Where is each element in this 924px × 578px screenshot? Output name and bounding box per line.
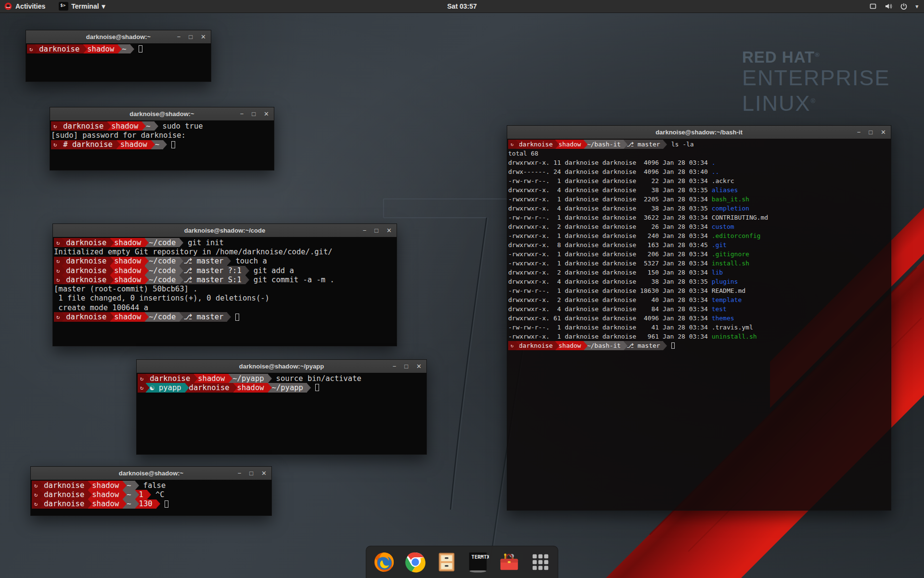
window-titlebar[interactable]: darknoise@shadow:~/bash-it −□✕: [507, 126, 891, 139]
prompt-user-segment: darknoise: [62, 266, 110, 275]
terminal-content[interactable]: ↻darknoiseshadow~sudo true[sudo] passwor…: [50, 120, 274, 170]
app-menu-terminal[interactable]: $> Terminal ▾: [56, 0, 108, 13]
window-titlebar[interactable]: darknoise@shadow:~ −□✕: [31, 467, 271, 480]
clock[interactable]: Sat 03:57: [447, 2, 476, 10]
prompt-path-segment: ~/bash-it: [584, 341, 623, 350]
terminal-line: drwx------. 24 darknoise darknoise 4096 …: [508, 167, 891, 176]
terminal-line: ↻darknoiseshadow~/code⎇ master: [54, 312, 397, 321]
prompt-distro-icon: ↻: [54, 275, 62, 284]
toolbox-icon: [498, 551, 520, 573]
app-menu-label: Terminal: [71, 2, 99, 10]
terminal-content[interactable]: ↻darknoiseshadow~/codegit initInitialize…: [53, 237, 397, 346]
terminal-content[interactable]: ↻darknoiseshadow~: [26, 43, 211, 81]
terminal-window-code[interactable]: darknoise@shadow:~/code −□✕ ↻darknoisesh…: [52, 223, 397, 346]
minimize-button[interactable]: −: [363, 227, 367, 234]
terminal-window-sudo[interactable]: darknoise@shadow:~ −□✕ ↻darknoiseshadow~…: [50, 107, 274, 171]
close-button[interactable]: ✕: [416, 363, 422, 369]
maximize-button[interactable]: □: [189, 34, 192, 40]
powerline-separator: [145, 276, 149, 284]
prompt-distro-icon: ↻: [32, 481, 40, 490]
output-text: drwxrwxr-x. 8 darknoise darknoise 163 Ja…: [508, 241, 712, 249]
dock-launcher-terminal[interactable]: TERMTXTgt;: [467, 551, 489, 573]
dock-launcher-app-grid[interactable]: [529, 551, 552, 573]
terminal-line: ↻darknoiseshadow~/bash-it⎇ master: [508, 341, 891, 350]
close-button[interactable]: ✕: [201, 34, 206, 40]
dock-launcher-firefox[interactable]: [373, 551, 395, 573]
window-titlebar[interactable]: darknoise@shadow:~ −□✕: [50, 107, 274, 121]
maximize-button[interactable]: □: [374, 227, 378, 234]
powerline-separator: [123, 499, 127, 508]
output-text: drwxrwxr-x. 61 darknoise darknoise 4096 …: [508, 315, 712, 322]
powerline-separator: [88, 490, 92, 499]
powerline-separator: [62, 238, 66, 247]
window-icon[interactable]: [869, 2, 877, 10]
window-titlebar[interactable]: darknoise@shadow:~/pyapp −□✕: [137, 360, 426, 373]
maximize-button[interactable]: □: [249, 470, 253, 476]
minimize-button[interactable]: −: [238, 470, 242, 476]
window-title: darknoise@shadow:~/pyapp: [239, 363, 324, 370]
prompt-path-segment: ~/pyapp: [268, 383, 307, 392]
dock-launcher-toolbox[interactable]: [498, 551, 520, 573]
powerline-separator: [135, 490, 139, 499]
powerline-separator: [555, 342, 559, 350]
terminal-content[interactable]: ↻darknoiseshadow~/bash-it⎇ masterls -lat…: [507, 139, 891, 510]
terminal-window-bash-it[interactable]: darknoise@shadow:~/bash-it −□✕ ↻darknois…: [507, 125, 891, 511]
powerline-separator: [118, 45, 122, 53]
terminal-line: Initialized empty Git repository in /hom…: [54, 247, 397, 256]
powerline-separator: [268, 383, 272, 392]
maximize-button[interactable]: □: [252, 111, 256, 117]
registered-mark: ®: [811, 97, 817, 105]
terminal-content[interactable]: ↻darknoiseshadow~false↻darknoiseshadow~1…: [31, 480, 271, 515]
powerline-separator: [62, 266, 66, 275]
chevron-down-icon: ▾: [102, 2, 105, 10]
chevron-down-icon[interactable]: ▾: [915, 3, 918, 10]
terminal-content[interactable]: ↻darknoiseshadow~/pyappsource bin/activa…: [137, 373, 426, 454]
powerline-separator: [180, 276, 183, 284]
output-text: -rwxrwxr-x. 1 darknoise darknoise 961 Ja…: [508, 333, 712, 340]
prompt-host-segment: shadow: [107, 121, 142, 131]
prompt-git-segment: ⎇ master: [180, 312, 227, 321]
power-icon[interactable]: [900, 2, 908, 10]
terminal-line: ↻darknoiseshadow~: [27, 44, 211, 53]
powerline-separator: [62, 313, 66, 321]
executable-name: .gitignore: [712, 250, 749, 258]
close-button[interactable]: ✕: [386, 227, 392, 234]
brand-line-enterprise: ENTERPRISE: [742, 66, 890, 90]
prompt-arrow-cap: [135, 481, 139, 490]
minimize-button[interactable]: −: [393, 363, 397, 369]
powerline-separator: [116, 140, 120, 149]
prompt-distro-icon: ↻: [138, 383, 146, 392]
volume-icon[interactable]: [885, 2, 892, 10]
output-text: drwxrwxr-x. 2 darknoise darknoise 40 Jan…: [508, 296, 712, 303]
prompt-arrow-cap: [130, 45, 134, 53]
dock-launcher-chrome[interactable]: [404, 551, 426, 573]
prompt-host-segment: shadow: [110, 266, 145, 275]
window-titlebar[interactable]: darknoise@shadow:~ −□✕: [26, 30, 211, 44]
window-titlebar[interactable]: darknoise@shadow:~/code −□✕: [53, 224, 397, 237]
prompt-host-segment: shadow: [233, 383, 268, 392]
close-button[interactable]: ✕: [261, 470, 267, 476]
terminal-window-pyapp[interactable]: darknoise@shadow:~/pyapp −□✕ ↻darknoises…: [136, 359, 427, 455]
powerline-separator: [110, 276, 114, 284]
output-text: -rw-rw-r--. 1 darknoise darknoise 41 Jan…: [508, 324, 712, 331]
dock-launcher-files[interactable]: [436, 551, 458, 573]
activities-button[interactable]: Activities: [0, 2, 45, 10]
powerline-separator: [110, 266, 114, 275]
close-button[interactable]: ✕: [881, 129, 886, 135]
prompt-arrow-cap: [180, 238, 183, 247]
maximize-button[interactable]: □: [404, 363, 408, 369]
powerline-separator: [123, 481, 127, 490]
close-button[interactable]: ✕: [264, 111, 269, 117]
terminal-window-home-small[interactable]: darknoise@shadow:~ −□✕ ↻darknoiseshadow~: [26, 30, 211, 82]
terminal-app-icon: $>: [59, 2, 68, 11]
output-text: -rwxrwxr-x. 1 darknoise darknoise 206 Ja…: [508, 250, 712, 258]
minimize-button[interactable]: −: [177, 34, 181, 40]
maximize-button[interactable]: □: [869, 129, 873, 135]
output-text: [master (root-commit) 50bcb63] .: [54, 285, 198, 293]
prompt-host-segment: shadow: [110, 238, 145, 247]
minimize-button[interactable]: −: [857, 129, 861, 135]
minimize-button[interactable]: −: [240, 111, 244, 117]
output-text: drwxrwxr-x. 4 darknoise darknoise 38 Jan…: [508, 186, 712, 194]
terminal-window-exit-codes[interactable]: darknoise@shadow:~ −□✕ ↻darknoiseshadow~…: [30, 466, 272, 516]
prompt-arrow-cap: [163, 140, 167, 149]
